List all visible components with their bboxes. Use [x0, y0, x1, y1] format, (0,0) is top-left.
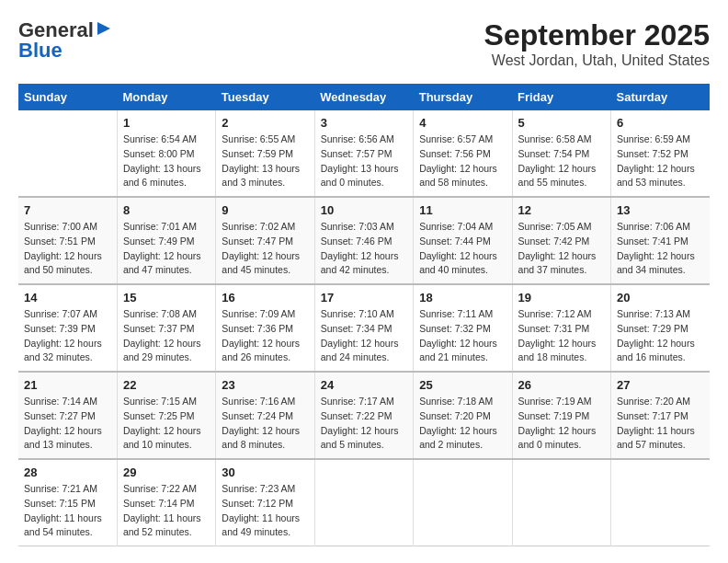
day-number: 5 — [518, 116, 605, 130]
header-saturday: Saturday — [611, 84, 710, 110]
day-detail: Sunrise: 6:59 AMSunset: 7:52 PMDaylight:… — [617, 132, 704, 190]
daylight-text: Daylight: 12 hours — [24, 249, 111, 264]
day-detail: Sunrise: 7:11 AMSunset: 7:32 PMDaylight:… — [419, 307, 506, 365]
daylight-minutes: and 16 minutes. — [617, 350, 704, 365]
day-detail: Sunrise: 7:03 AMSunset: 7:46 PMDaylight:… — [321, 220, 407, 278]
day-number: 17 — [321, 291, 407, 304]
sunrise-text: Sunrise: 7:07 AM — [24, 307, 111, 322]
daylight-text: Daylight: 11 hours — [123, 511, 210, 526]
day-detail: Sunrise: 7:19 AMSunset: 7:19 PMDaylight:… — [518, 395, 605, 453]
day-detail: Sunrise: 7:17 AMSunset: 7:22 PMDaylight:… — [321, 395, 407, 453]
sunrise-text: Sunrise: 7:23 AM — [222, 482, 308, 497]
daylight-text: Daylight: 13 hours — [321, 162, 407, 177]
daylight-text: Daylight: 12 hours — [24, 337, 111, 351]
sunset-text: Sunset: 7:12 PM — [222, 497, 308, 511]
daylight-minutes: and 8 minutes. — [222, 438, 308, 453]
day-detail: Sunrise: 7:22 AMSunset: 7:14 PMDaylight:… — [123, 482, 210, 540]
day-number: 24 — [321, 378, 407, 392]
daylight-minutes: and 0 minutes. — [518, 438, 605, 453]
day-number: 21 — [24, 378, 111, 392]
daylight-minutes: and 24 minutes. — [321, 350, 407, 365]
calendar-cell: 6Sunrise: 6:59 AMSunset: 7:52 PMDaylight… — [611, 110, 710, 197]
calendar-week-row: 28Sunrise: 7:21 AMSunset: 7:15 PMDayligh… — [18, 459, 710, 546]
day-number: 30 — [222, 465, 308, 479]
day-number: 27 — [617, 378, 704, 392]
day-number: 22 — [123, 378, 210, 392]
sunrise-text: Sunrise: 7:19 AM — [518, 395, 605, 409]
calendar-cell: 27Sunrise: 7:20 AMSunset: 7:17 PMDayligh… — [611, 372, 710, 459]
daylight-minutes: and 34 minutes. — [617, 263, 704, 278]
daylight-minutes: and 42 minutes. — [321, 263, 407, 278]
calendar-cell: 8Sunrise: 7:01 AMSunset: 7:49 PMDaylight… — [117, 197, 215, 284]
sunrise-text: Sunrise: 6:58 AM — [518, 132, 605, 147]
daylight-text: Daylight: 11 hours — [617, 424, 704, 439]
calendar-week-row: 1Sunrise: 6:54 AMSunset: 8:00 PMDaylight… — [18, 110, 710, 197]
daylight-minutes: and 57 minutes. — [617, 438, 704, 453]
calendar-cell — [512, 459, 610, 546]
daylight-minutes: and 58 minutes. — [419, 176, 506, 190]
daylight-minutes: and 3 minutes. — [222, 176, 308, 190]
calendar-cell: 4Sunrise: 6:57 AMSunset: 7:56 PMDaylight… — [414, 110, 512, 197]
sunset-text: Sunset: 7:57 PM — [321, 147, 407, 162]
day-detail: Sunrise: 7:21 AMSunset: 7:15 PMDaylight:… — [24, 482, 111, 540]
daylight-minutes: and 37 minutes. — [518, 263, 605, 278]
daylight-minutes: and 13 minutes. — [24, 438, 111, 453]
daylight-text: Daylight: 12 hours — [518, 337, 605, 351]
daylight-minutes: and 52 minutes. — [123, 525, 210, 540]
sunset-text: Sunset: 7:29 PM — [617, 322, 704, 337]
sunrise-text: Sunrise: 6:55 AM — [222, 132, 308, 147]
calendar-cell: 20Sunrise: 7:13 AMSunset: 7:29 PMDayligh… — [611, 284, 710, 372]
calendar-cell — [611, 459, 710, 546]
day-number: 3 — [321, 116, 407, 130]
calendar-week-row: 7Sunrise: 7:00 AMSunset: 7:51 PMDaylight… — [18, 197, 710, 284]
sunrise-text: Sunrise: 7:18 AM — [419, 395, 506, 409]
daylight-minutes: and 6 minutes. — [123, 176, 210, 190]
header-monday: Monday — [117, 84, 215, 110]
daylight-text: Daylight: 12 hours — [321, 249, 407, 264]
title-block: September 2025 West Jordan, Utah, United… — [484, 18, 710, 69]
calendar-cell: 13Sunrise: 7:06 AMSunset: 7:41 PMDayligh… — [611, 197, 710, 284]
daylight-text: Daylight: 12 hours — [123, 424, 210, 439]
daylight-text: Daylight: 12 hours — [123, 249, 210, 264]
sunset-text: Sunset: 7:37 PM — [123, 322, 210, 337]
daylight-minutes: and 47 minutes. — [123, 263, 210, 278]
daylight-minutes: and 40 minutes. — [419, 263, 506, 278]
day-detail: Sunrise: 7:08 AMSunset: 7:37 PMDaylight:… — [123, 307, 210, 365]
daylight-text: Daylight: 12 hours — [617, 337, 704, 351]
sunrise-text: Sunrise: 7:10 AM — [321, 307, 407, 322]
daylight-minutes: and 29 minutes. — [123, 350, 210, 365]
calendar-cell: 22Sunrise: 7:15 AMSunset: 7:25 PMDayligh… — [117, 372, 215, 459]
day-detail: Sunrise: 6:58 AMSunset: 7:54 PMDaylight:… — [518, 132, 605, 190]
day-detail: Sunrise: 7:00 AMSunset: 7:51 PMDaylight:… — [24, 220, 111, 278]
calendar-cell: 7Sunrise: 7:00 AMSunset: 7:51 PMDaylight… — [18, 197, 117, 284]
sunrise-text: Sunrise: 7:13 AM — [617, 307, 704, 322]
calendar-cell: 12Sunrise: 7:05 AMSunset: 7:42 PMDayligh… — [512, 197, 610, 284]
sunrise-text: Sunrise: 7:12 AM — [518, 307, 605, 322]
day-detail: Sunrise: 6:57 AMSunset: 7:56 PMDaylight:… — [419, 132, 506, 190]
day-detail: Sunrise: 7:02 AMSunset: 7:47 PMDaylight:… — [222, 220, 308, 278]
daylight-minutes: and 21 minutes. — [419, 350, 506, 365]
daylight-minutes: and 49 minutes. — [222, 525, 308, 540]
daylight-text: Daylight: 12 hours — [419, 337, 506, 351]
calendar-cell — [18, 110, 117, 197]
page-header: General Blue September 2025 West Jordan,… — [18, 18, 710, 69]
calendar-header-row: SundayMondayTuesdayWednesdayThursdayFrid… — [18, 84, 710, 110]
day-detail: Sunrise: 7:05 AMSunset: 7:42 PMDaylight:… — [518, 220, 605, 278]
calendar-cell: 2Sunrise: 6:55 AMSunset: 7:59 PMDaylight… — [216, 110, 314, 197]
calendar-table: SundayMondayTuesdayWednesdayThursdayFrid… — [18, 84, 710, 546]
sunset-text: Sunset: 7:44 PM — [419, 235, 506, 249]
daylight-minutes: and 55 minutes. — [518, 176, 605, 190]
daylight-text: Daylight: 12 hours — [518, 424, 605, 439]
daylight-text: Daylight: 12 hours — [617, 162, 704, 177]
sunrise-text: Sunrise: 7:16 AM — [222, 395, 308, 409]
sunrise-text: Sunrise: 7:22 AM — [123, 482, 210, 497]
day-number: 14 — [24, 291, 111, 304]
sunset-text: Sunset: 7:34 PM — [321, 322, 407, 337]
calendar-cell: 30Sunrise: 7:23 AMSunset: 7:12 PMDayligh… — [216, 459, 314, 546]
header-thursday: Thursday — [414, 84, 512, 110]
day-detail: Sunrise: 6:56 AMSunset: 7:57 PMDaylight:… — [321, 132, 407, 190]
day-detail: Sunrise: 6:54 AMSunset: 8:00 PMDaylight:… — [123, 132, 210, 190]
daylight-text: Daylight: 12 hours — [24, 424, 111, 439]
daylight-minutes: and 45 minutes. — [222, 263, 308, 278]
calendar-cell: 24Sunrise: 7:17 AMSunset: 7:22 PMDayligh… — [314, 372, 413, 459]
